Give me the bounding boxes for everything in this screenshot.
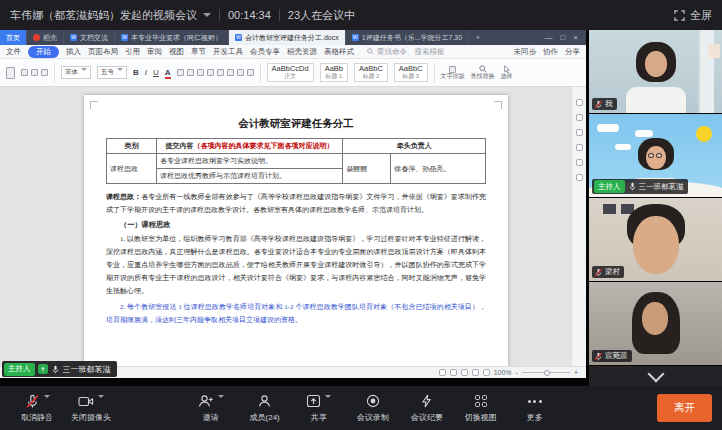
- cut-icon[interactable]: [21, 69, 28, 76]
- wps-new-tab-button[interactable]: +: [469, 30, 487, 45]
- collab-button[interactable]: 协作: [543, 47, 558, 57]
- invite-button[interactable]: 邀请: [184, 393, 238, 423]
- cloud-decor: [635, 130, 653, 137]
- select-tool[interactable]: 选择: [501, 65, 513, 80]
- video-tile-host[interactable]: 主持人 三一班都茗滋: [589, 114, 722, 197]
- meeting-title-chevron-icon[interactable]: [203, 13, 211, 17]
- indent-icon[interactable]: [197, 69, 204, 76]
- web-view-icon[interactable]: [461, 369, 468, 376]
- style-normal[interactable]: AaBbCcDd 正文: [267, 63, 314, 82]
- document-page[interactable]: 会计教研室评建任务分工 类别 提交内容（各项内容的具体要求见下面各项对应说明） …: [84, 95, 508, 366]
- chevron-down-icon[interactable]: [325, 395, 331, 398]
- plus-icon: +: [476, 34, 480, 41]
- share-screen-button[interactable]: 共享: [292, 393, 346, 423]
- bold-button[interactable]: B: [133, 68, 139, 77]
- edit-icon[interactable]: [576, 114, 583, 121]
- bullet-list-icon[interactable]: [177, 69, 184, 76]
- wps-tab-graduation-req[interactable]: W 本专业毕业要求（同仁视野）: [115, 30, 229, 45]
- zoom-out-button[interactable]: -: [516, 369, 518, 376]
- divider: [279, 9, 280, 21]
- unmute-button[interactable]: 取消静音: [10, 393, 64, 423]
- menu-file[interactable]: 文件: [6, 47, 21, 57]
- command-search[interactable]: 查找命令、搜索模板: [367, 47, 445, 57]
- video-tile-next-partial[interactable]: [589, 366, 722, 386]
- outline-view-icon[interactable]: [450, 369, 457, 376]
- line-spacing-icon[interactable]: [227, 69, 234, 76]
- video-tile-4[interactable]: 宸菀蒝: [589, 282, 722, 365]
- text-layout-tool[interactable]: 文字排版: [441, 66, 465, 80]
- menu-view[interactable]: 视图: [169, 47, 184, 57]
- clipboard-group: [21, 69, 48, 76]
- settings-icon[interactable]: [576, 174, 583, 181]
- paste-icon[interactable]: [6, 67, 15, 79]
- video-tile-self[interactable]: 我: [589, 30, 722, 113]
- zoom-slider-knob[interactable]: [544, 370, 550, 376]
- find-replace-tool[interactable]: 查找替换: [471, 65, 495, 80]
- menu-table-style[interactable]: 表格样式: [324, 47, 354, 57]
- font-size-select[interactable]: 五号: [97, 66, 127, 79]
- record-button[interactable]: 会议录制: [346, 393, 400, 423]
- members-button[interactable]: 成员(24): [238, 393, 292, 423]
- sync-status[interactable]: 未同步: [514, 47, 537, 57]
- font-color-button[interactable]: A: [165, 68, 171, 77]
- zoom-in-button[interactable]: +: [574, 369, 578, 376]
- switch-view-button[interactable]: 切换视图: [454, 393, 508, 423]
- style-heading2[interactable]: AaBbC 标题 2: [354, 63, 388, 82]
- wps-tab-home[interactable]: 首页: [0, 30, 27, 45]
- minimize-button[interactable]: —: [544, 33, 552, 42]
- close-button[interactable]: ×: [573, 33, 578, 42]
- scroll-more-chevron-icon[interactable]: [647, 366, 664, 382]
- menu-page-layout[interactable]: 页面布局: [88, 47, 118, 57]
- page-view-icon[interactable]: [439, 369, 446, 376]
- camera-off-button[interactable]: 关闭摄像头: [64, 393, 118, 423]
- zoom-slider[interactable]: [522, 372, 570, 373]
- numbered-list-icon[interactable]: [187, 69, 194, 76]
- style-heading1[interactable]: AaBb 标题 1: [320, 63, 348, 82]
- menu-dev-tools[interactable]: 开发工具: [213, 47, 243, 57]
- fullscreen-view-icon[interactable]: [472, 369, 479, 376]
- shading-icon[interactable]: [237, 69, 244, 76]
- align-center-icon[interactable]: [217, 69, 224, 76]
- font-name-select[interactable]: 宋体: [61, 66, 91, 79]
- comment-icon[interactable]: [576, 99, 583, 106]
- style-label: 正文: [272, 73, 309, 80]
- leave-meeting-button[interactable]: 离开: [657, 394, 712, 422]
- wps-tab-task-book[interactable]: W 1评建任务书（乐...学院分工7.30: [346, 30, 469, 45]
- border-icon[interactable]: [247, 69, 254, 76]
- menu-review[interactable]: 审阅: [147, 47, 162, 57]
- underline-button[interactable]: U: [153, 68, 159, 77]
- fullscreen-button[interactable]: 全屏: [674, 8, 712, 23]
- wps-tab-home-label: 首页: [6, 33, 20, 43]
- menu-daoke-res[interactable]: 稻壳资源: [287, 47, 317, 57]
- menu-insert[interactable]: 插入: [66, 47, 81, 57]
- col-content-label: 提交内容: [166, 142, 194, 150]
- menu-section[interactable]: 章节: [191, 47, 206, 57]
- maximize-button[interactable]: □: [560, 33, 565, 42]
- chevron-down-icon[interactable]: [98, 395, 104, 398]
- wps-tab-doc-exchange[interactable]: W 文档交流: [64, 30, 115, 45]
- format-painter-icon[interactable]: [41, 69, 48, 76]
- highlight-icon[interactable]: [576, 129, 583, 136]
- menu-references[interactable]: 引用: [125, 47, 140, 57]
- wps-tab-daoke[interactable]: 稻壳: [27, 30, 64, 45]
- share-button[interactable]: 分享: [565, 47, 580, 57]
- meeting-notes-button[interactable]: 会议纪要: [400, 393, 454, 423]
- meeting-controls-bar: 取消静音 关闭摄像头: [0, 386, 722, 430]
- chevron-down-icon[interactable]: [44, 395, 50, 398]
- pen-icon[interactable]: [483, 369, 490, 376]
- print-icon[interactable]: [576, 159, 583, 166]
- participant-label: 我: [592, 98, 617, 110]
- chevron-down-icon[interactable]: [218, 395, 224, 398]
- divider: [260, 63, 261, 83]
- italic-button[interactable]: I: [145, 68, 147, 77]
- wps-tab-active-doc[interactable]: W 会计教研室评建任务分工.docx: [229, 30, 346, 45]
- copy-icon[interactable]: [31, 69, 38, 76]
- bookmark-icon[interactable]: [576, 144, 583, 151]
- more-button[interactable]: 更多: [508, 393, 562, 423]
- col-content-note: （各项内容的具体要求见下面各项对应说明）: [194, 142, 334, 150]
- align-left-icon[interactable]: [207, 69, 214, 76]
- menu-home[interactable]: 开始: [28, 46, 59, 58]
- video-tile-3[interactable]: 梁村: [589, 198, 722, 281]
- menu-member[interactable]: 会员专享: [250, 47, 280, 57]
- style-heading3[interactable]: AaBbC 标题 3: [394, 63, 428, 82]
